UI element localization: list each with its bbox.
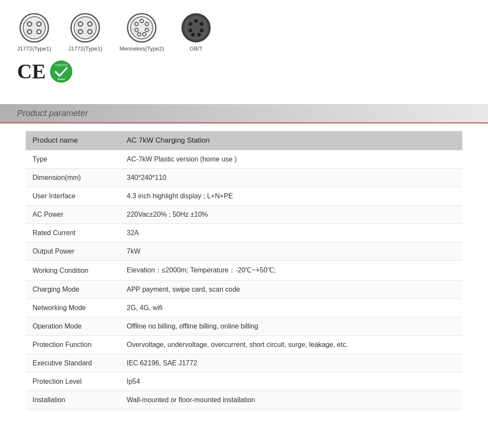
svg-point-28 [191, 33, 195, 37]
svg-point-13 [131, 17, 153, 39]
connector-item-j1772-a: J1772(Type1) [17, 13, 51, 52]
connector-label-gbt: GB/T [190, 45, 202, 52]
section-header: Product parameter [0, 104, 488, 122]
product-table: Product nameAC 7kW Charging StationTypeA… [26, 131, 462, 409]
table-cell-value: AC-7kW Plastic version (home use ) [120, 150, 462, 169]
cert-row: CE RoHS COMPLIANT [17, 60, 471, 83]
table-row: Product nameAC 7kW Charging Station [26, 131, 462, 150]
table-cell-value: 32A [120, 224, 462, 242]
table-cell-label: Installation [26, 391, 120, 409]
table-cell-label: AC Power [26, 206, 120, 224]
svg-point-23 [194, 19, 198, 23]
table-row: User Interface4.3 inch highlight display… [26, 187, 462, 206]
table-cell-label: Charging Mode [26, 281, 120, 299]
connector-item-j1772-b: J1772(Type1) [68, 13, 103, 52]
table-cell-value: Ip54 [120, 373, 462, 391]
table-row: Protection LevelIp54 [26, 373, 462, 391]
svg-point-26 [189, 29, 193, 33]
top-section: J1772(Type1) J1772(Type1) [0, 0, 488, 91]
table-cell-label: Output Power [26, 242, 120, 261]
table-cell-label: Protection Level [26, 373, 120, 391]
table-cell-label: Protection Function [26, 336, 120, 354]
table-row: InstallationWall-mounted or floor-mounte… [26, 391, 462, 409]
table-row: Executive StandardIEC 62196, SAE J1772 [26, 354, 462, 373]
svg-point-25 [200, 22, 204, 26]
table-cell-label: Executive Standard [26, 354, 120, 373]
connector-row: J1772(Type1) J1772(Type1) [17, 13, 471, 52]
connector-label-j1772-a: J1772(Type1) [17, 45, 51, 52]
table-cell-value: 2G, 4G, wifi [120, 299, 462, 317]
table-cell-label: User Interface [26, 187, 120, 206]
table-cell-value: 7kW [120, 242, 462, 261]
table-container: Product nameAC 7kW Charging StationTypeA… [0, 122, 488, 427]
svg-point-27 [200, 29, 204, 33]
mennekes-type2-icon [127, 13, 157, 43]
connector-item-mennekes: Mennekes(Type2) [119, 13, 164, 52]
table-cell-label: Dimension(mm) [26, 169, 120, 187]
table-cell-label: Networking Mode [26, 299, 120, 317]
svg-point-1 [23, 17, 45, 39]
table-row: Networking Mode2G, 4G, wifi [26, 299, 462, 317]
table-row: Output Power7kW [26, 242, 462, 261]
table-cell-value: IEC 62196, SAE J1772 [120, 354, 462, 373]
table-cell-value: Elevation：≤2000m; Temperature：-20℃~+50℃; [120, 261, 462, 281]
table-cell-label: Working Condition [26, 261, 120, 281]
table-cell-value: Overvoltage, undervoltage, overcurrent, … [120, 336, 462, 354]
j1772-type1-a-icon [19, 13, 49, 43]
svg-point-7 [74, 17, 96, 39]
svg-point-24 [189, 22, 193, 26]
table-cell-label: Type [26, 150, 120, 169]
table-cell-value: 220Vac±20% ; 50Hz ±10% [120, 206, 462, 224]
ce-logo: CE [17, 61, 46, 82]
table-cell-label: Product name [26, 131, 120, 150]
svg-text:COMPLIANT: COMPLIANT [55, 64, 67, 66]
table-row: TypeAC-7kW Plastic version (home use ) [26, 150, 462, 169]
table-cell-value: APP payment, swipe card, scan code [120, 281, 462, 299]
table-cell-label: Rated Current [26, 224, 120, 242]
table-row: Operation ModeOffline no billing, offlin… [26, 317, 462, 336]
section-title: Product parameter [17, 108, 88, 118]
table-row: Protection FunctionOvervoltage, undervol… [26, 336, 462, 354]
svg-text:RoHS: RoHS [58, 78, 65, 81]
table-cell-label: Operation Mode [26, 317, 120, 336]
table-row: Rated Current32A [26, 224, 462, 242]
table-row: Dimension(mm)340*240*110 [26, 169, 462, 187]
table-cell-value: 340*240*110 [120, 169, 462, 187]
table-cell-value: AC 7kW Charging Station [120, 131, 462, 150]
table-cell-value: Wall-mounted or floor-mounted installati… [120, 391, 462, 409]
rohs-badge-icon: RoHS COMPLIANT [50, 60, 72, 83]
gbt-icon [181, 13, 211, 43]
table-row: Charging ModeAPP payment, swipe card, sc… [26, 281, 462, 299]
connector-label-j1772-b: J1772(Type1) [68, 45, 103, 52]
connector-label-mennekes: Mennekes(Type2) [119, 45, 164, 52]
table-cell-value: Offline no billing, offline billing, onl… [120, 317, 462, 336]
table-row: Working ConditionElevation：≤2000m; Tempe… [26, 261, 462, 281]
table-cell-value: 4.3 inch highlight display ; L+N+PE [120, 187, 462, 206]
connector-item-gbt: GB/T [181, 13, 211, 52]
svg-point-29 [197, 33, 201, 37]
j1772-type1-b-icon [70, 13, 100, 43]
table-row: AC Power220Vac±20% ; 50Hz ±10% [26, 206, 462, 224]
